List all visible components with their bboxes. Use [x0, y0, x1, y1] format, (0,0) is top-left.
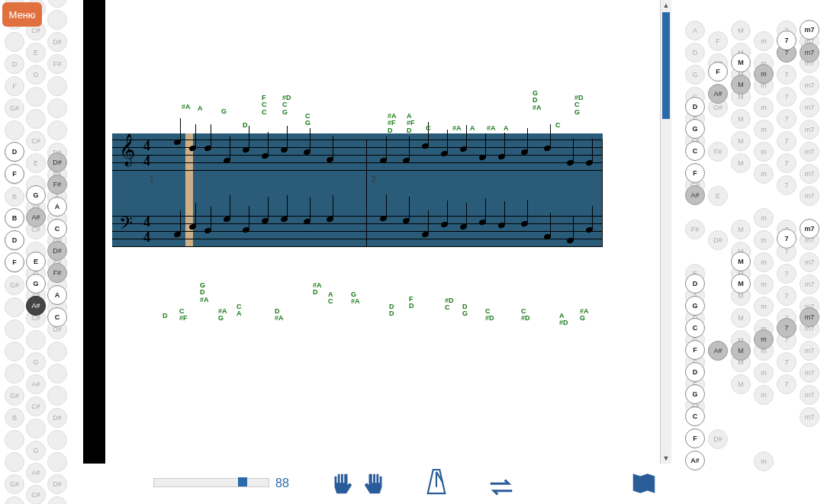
- key-button[interactable]: m7: [800, 43, 819, 63]
- key-button[interactable]: G: [26, 352, 46, 372]
- key-button[interactable]: [47, 452, 67, 472]
- key-button[interactable]: D: [685, 362, 705, 382]
- key-button[interactable]: F#: [47, 263, 67, 283]
- key-button[interactable]: F: [708, 62, 728, 82]
- key-button[interactable]: F: [5, 76, 24, 96]
- key-button[interactable]: B: [5, 208, 24, 228]
- key-button[interactable]: F: [708, 31, 728, 51]
- key-button[interactable]: 7: [777, 229, 796, 249]
- key-button[interactable]: m7: [800, 120, 819, 140]
- key-button[interactable]: [47, 496, 67, 504]
- key-button[interactable]: m7: [800, 164, 819, 184]
- key-button[interactable]: A#: [26, 463, 46, 483]
- key-button[interactable]: A#: [685, 185, 705, 205]
- key-button[interactable]: F: [5, 252, 24, 272]
- key-button[interactable]: C: [47, 307, 67, 327]
- key-button[interactable]: m: [754, 164, 774, 184]
- key-button[interactable]: [5, 120, 24, 140]
- key-button[interactable]: [47, 430, 67, 450]
- key-button[interactable]: F#: [47, 175, 67, 194]
- score-page[interactable]: 𝄞 𝄢 4 4 4 4 1 2 #AAGDF C C#D C GC G#A #F…: [105, 0, 671, 464]
- key-button[interactable]: 7: [777, 374, 796, 394]
- key-button[interactable]: M: [731, 374, 751, 394]
- key-button[interactable]: D#: [47, 474, 67, 494]
- key-button[interactable]: A#: [685, 451, 705, 470]
- key-button[interactable]: 7: [777, 65, 796, 85]
- key-button[interactable]: M: [731, 153, 751, 173]
- key-button[interactable]: D#: [47, 241, 67, 261]
- key-button[interactable]: [47, 120, 67, 140]
- key-button[interactable]: A#: [26, 374, 46, 394]
- key-button[interactable]: m7: [800, 341, 819, 361]
- key-button[interactable]: [47, 364, 67, 384]
- key-button[interactable]: G: [26, 185, 46, 205]
- key-button[interactable]: D#: [47, 152, 67, 172]
- vertical-scrollbar[interactable]: ▲ ▼: [660, 0, 671, 464]
- key-button[interactable]: C: [47, 219, 67, 239]
- key-button[interactable]: E: [26, 153, 46, 173]
- key-button[interactable]: D: [685, 43, 705, 63]
- key-button[interactable]: m7: [800, 20, 819, 40]
- key-button[interactable]: 7: [777, 318, 796, 338]
- key-button[interactable]: m: [754, 98, 774, 117]
- key-button[interactable]: A: [47, 197, 67, 217]
- key-button[interactable]: 7: [777, 175, 796, 195]
- key-button[interactable]: m7: [800, 363, 819, 383]
- key-button[interactable]: G#: [5, 98, 24, 118]
- key-button[interactable]: m: [754, 230, 774, 250]
- key-button[interactable]: E: [26, 43, 46, 63]
- key-button[interactable]: m7: [800, 407, 819, 427]
- key-button[interactable]: m7: [800, 385, 819, 405]
- key-button[interactable]: M: [731, 53, 751, 72]
- key-button[interactable]: m7: [800, 274, 819, 294]
- key-button[interactable]: A#: [708, 84, 728, 104]
- key-button[interactable]: G: [685, 65, 705, 85]
- key-button[interactable]: F: [685, 429, 705, 448]
- key-button[interactable]: F#: [685, 220, 705, 239]
- key-button[interactable]: G: [26, 65, 46, 85]
- key-button[interactable]: 7: [777, 286, 796, 306]
- key-button[interactable]: B: [5, 187, 24, 207]
- key-button[interactable]: m: [754, 274, 774, 294]
- key-button[interactable]: D: [685, 274, 705, 294]
- key-button[interactable]: G: [26, 274, 46, 294]
- right-hand-button[interactable]: [362, 472, 388, 498]
- key-button[interactable]: [5, 32, 24, 52]
- menu-button[interactable]: Меню: [2, 2, 42, 27]
- tempo-slider[interactable]: [153, 478, 269, 487]
- key-button[interactable]: 7: [777, 109, 796, 129]
- scroll-up-arrow[interactable]: ▲: [661, 0, 671, 11]
- key-button[interactable]: [47, 342, 67, 361]
- key-button[interactable]: D: [5, 54, 24, 74]
- key-button[interactable]: M: [731, 274, 751, 294]
- key-button[interactable]: [5, 430, 24, 450]
- key-button[interactable]: C: [685, 318, 705, 338]
- key-button[interactable]: A: [47, 285, 67, 305]
- key-button[interactable]: m: [754, 385, 774, 405]
- key-button[interactable]: F#: [47, 54, 67, 74]
- key-button[interactable]: [47, 10, 67, 30]
- key-button[interactable]: F: [5, 164, 24, 184]
- key-button[interactable]: [47, 386, 67, 406]
- key-button[interactable]: m7: [800, 219, 819, 239]
- metronome-button[interactable]: [423, 467, 449, 498]
- key-button[interactable]: A#: [708, 341, 728, 361]
- key-button[interactable]: [26, 419, 46, 438]
- map-button[interactable]: [629, 469, 658, 498]
- key-button[interactable]: [26, 87, 46, 107]
- key-button[interactable]: [5, 342, 24, 361]
- scroll-thumb[interactable]: [662, 12, 670, 119]
- key-button[interactable]: F: [685, 163, 705, 183]
- key-button[interactable]: [47, 76, 67, 96]
- key-button[interactable]: m: [754, 451, 774, 471]
- key-button[interactable]: M: [731, 21, 751, 40]
- key-button[interactable]: m7: [800, 142, 819, 162]
- slider-thumb[interactable]: [238, 477, 247, 486]
- key-button[interactable]: m7: [800, 75, 819, 95]
- key-button[interactable]: M: [731, 252, 751, 271]
- key-button[interactable]: D#: [708, 429, 728, 449]
- key-button[interactable]: G: [685, 296, 705, 316]
- key-button[interactable]: 7: [777, 264, 796, 284]
- key-button[interactable]: 7: [777, 87, 796, 107]
- key-button[interactable]: F#: [708, 142, 728, 162]
